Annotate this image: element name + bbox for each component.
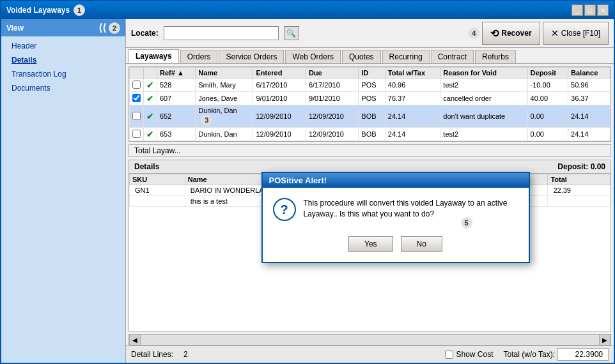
maximize-button[interactable]: □ [584,4,596,16]
badge-1: 1 [74,4,85,16]
dialog-title: POSitive Alert! [263,173,529,188]
close-icon: ✕ [551,28,559,38]
sidebar: View ⟨⟨ 2 Header Details Transaction Log… [1,19,126,363]
dialog-question-icon: ? [273,198,296,221]
sidebar-item-transaction-log[interactable]: Transaction Log [1,67,125,81]
dialog-no-button[interactable]: No [401,236,442,252]
dialog-message: This procedure will convert this voided … [304,198,518,220]
window-controls: _ □ ✕ [572,4,609,16]
sidebar-view-header: View ⟨⟨ 2 [1,19,125,36]
show-cost-checkbox[interactable] [445,351,453,359]
detail-lines-value: 2 [183,350,188,359]
tab-contract[interactable]: Contract [431,50,474,63]
recover-label: Recover [501,29,531,38]
sidebar-item-details[interactable]: Details [1,53,125,67]
window-title: Voided Layaways [6,6,70,15]
tab-quotes[interactable]: Quotes [342,50,381,63]
locate-search-button[interactable]: 🔍 [284,26,299,40]
positive-alert-dialog: POSitive Alert! ? This procedure will co… [261,172,530,263]
main-window: Voided Layaways 1 _ □ ✕ View ⟨⟨ 2 Header… [0,0,615,364]
tabs-bar: Layaways Orders Service Orders Web Order… [126,48,614,64]
badge-4: 4 [468,27,479,39]
close-window-button[interactable]: ✕ [597,4,609,16]
sidebar-collapse-icon[interactable]: ⟨⟨ [98,22,106,34]
dialog-body: ? This procedure will convert this voide… [263,188,529,231]
toolbar: Locate: 🔍 4 ⟲ Recover ✕ Close [F10] [126,19,614,48]
total-area: Total (w/o Tax): 22.3900 [504,348,609,361]
show-cost-area: Show Cost [445,350,493,359]
tab-web-orders[interactable]: Web Orders [285,50,340,63]
sidebar-section-label: View [6,24,24,33]
total-label: Total (w/o Tax): [504,350,555,359]
status-bar: Detail Lines: 2 Show Cost Total (w/o Tax… [126,345,614,363]
dialog-buttons: 5 Yes No [263,231,529,262]
show-cost-label: Show Cost [456,350,493,359]
recover-icon: ⟲ [490,27,499,40]
close-button[interactable]: ✕ Close [F10] [543,22,609,45]
main-content: View ⟨⟨ 2 Header Details Transaction Log… [1,19,614,363]
total-value: 22.3900 [557,348,609,361]
title-bar-left: Voided Layaways 1 [6,4,85,16]
right-panel: Locate: 🔍 4 ⟲ Recover ✕ Close [F10] [126,19,614,363]
badge-2: 2 [109,22,120,34]
sidebar-nav: Header Details Transaction Log Documents [1,36,125,98]
tab-refurbs[interactable]: Refurbs [475,50,516,63]
tab-service-orders[interactable]: Service Orders [219,50,284,63]
recover-button[interactable]: ⟲ Recover [482,22,540,45]
locate-input[interactable] [164,26,279,40]
dialog-yes-button[interactable]: Yes [348,236,393,252]
locate-label: Locate: [131,29,159,38]
title-bar: Voided Layaways 1 _ □ ✕ [1,1,614,19]
minimize-button[interactable]: _ [572,4,583,16]
sidebar-item-header[interactable]: Header [1,39,125,53]
sidebar-item-documents[interactable]: Documents [1,81,125,95]
badge-5: 5 [461,217,472,229]
tab-recurring[interactable]: Recurring [382,50,430,63]
right-panel-inner: Ref# ▲ Name Entered Due ID Total w/Tax R… [126,64,614,345]
tab-orders[interactable]: Orders [180,50,218,63]
detail-lines-label: Detail Lines: [131,350,173,359]
dialog-overlay: POSitive Alert! ? This procedure will co… [126,64,614,345]
close-label: Close [F10] [561,29,600,38]
tab-layaways[interactable]: Layaways [128,49,179,63]
